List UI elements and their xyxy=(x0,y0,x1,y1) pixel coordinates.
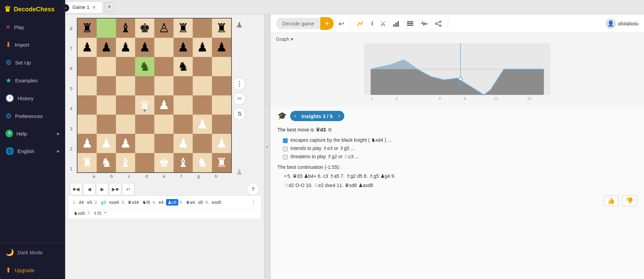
square-b2[interactable]: ♟ xyxy=(97,134,116,153)
square-d4[interactable]: ♛ ▼ xyxy=(135,95,154,115)
square-f6[interactable]: ♞ xyxy=(174,57,193,76)
next-move-button[interactable]: ▶ xyxy=(96,183,108,195)
move-2b[interactable]: exd4 xyxy=(108,199,120,206)
square-f8[interactable]: ♜ xyxy=(174,19,193,38)
square-a8[interactable]: ♜ xyxy=(77,19,97,38)
sidebar-item-darkmode[interactable]: 🌙 Dark Mode xyxy=(0,243,65,261)
flip-button[interactable]: ⇅ xyxy=(233,108,246,120)
square-g3[interactable]: ♟ xyxy=(193,115,212,134)
square-a1[interactable]: ♜ xyxy=(77,153,97,172)
prev-move-button[interactable]: ◀ xyxy=(83,183,95,195)
square-f1[interactable]: ♝ xyxy=(174,153,193,172)
more-moves-button[interactable]: ⋮ xyxy=(250,199,257,206)
square-h6[interactable] xyxy=(212,57,231,76)
undo-toolbar-button[interactable]: ↩ xyxy=(336,18,346,29)
square-h3[interactable] xyxy=(212,115,231,134)
help-button[interactable]: ? xyxy=(247,183,259,195)
square-c3[interactable] xyxy=(116,115,135,134)
square-h4[interactable] xyxy=(212,95,231,115)
square-f2[interactable]: ♟ xyxy=(174,134,193,153)
panel-divider[interactable]: ● xyxy=(264,14,270,279)
square-e2[interactable] xyxy=(154,134,174,153)
square-e3[interactable] xyxy=(154,115,174,134)
square-a3[interactable] xyxy=(77,115,97,134)
square-c2[interactable]: ♟ xyxy=(116,134,135,153)
sidebar-item-english[interactable]: 🌐 English ▶ xyxy=(0,142,65,160)
square-e4[interactable]: ♟ xyxy=(154,95,174,115)
square-b7[interactable]: ♟ xyxy=(97,38,116,57)
square-g5[interactable] xyxy=(193,76,212,95)
square-d6[interactable]: ♞ xyxy=(135,57,154,76)
insights-next-button[interactable]: › xyxy=(334,111,344,121)
square-g4[interactable] xyxy=(193,95,212,115)
tab-close-button[interactable]: ✕ xyxy=(92,5,97,10)
tab-add-button[interactable]: + xyxy=(105,2,114,12)
square-e6[interactable] xyxy=(154,57,174,76)
move-1w[interactable]: d4 xyxy=(78,199,85,206)
square-f5[interactable] xyxy=(174,76,193,95)
square-d5[interactable] xyxy=(135,76,154,95)
square-d1[interactable] xyxy=(135,153,154,172)
thumbs-up-button[interactable]: 👍 xyxy=(604,195,619,206)
sidebar-collapse-button[interactable]: « xyxy=(62,4,69,12)
square-d2[interactable] xyxy=(135,134,154,153)
sidebar-item-setup[interactable]: ⚙ Set Up xyxy=(0,54,65,71)
sidebar-item-play[interactable]: ✕ Play xyxy=(0,19,65,36)
square-h8[interactable]: ♜ xyxy=(212,19,231,38)
square-f4[interactable] xyxy=(174,95,193,115)
square-b4[interactable] xyxy=(97,95,116,115)
square-d7[interactable]: ♟ xyxy=(135,38,154,57)
square-b3[interactable] xyxy=(97,115,116,134)
move-6b[interactable]: ♞xd5 xyxy=(73,210,86,217)
graph-dropdown-icon[interactable]: ▾ xyxy=(291,36,293,42)
square-c7[interactable]: ♟ xyxy=(116,38,135,57)
move-6w[interactable]: exd5 xyxy=(211,199,222,206)
undo-move-button[interactable]: ↩ xyxy=(122,183,134,195)
square-b6[interactable] xyxy=(97,57,116,76)
square-a2[interactable]: ♟ xyxy=(77,134,97,153)
sidebar-item-upgrade[interactable]: ⬆ Upgrade xyxy=(0,261,65,279)
move-5w[interactable]: ♛a4 xyxy=(185,199,196,206)
graph-icon-button[interactable] xyxy=(355,19,367,29)
square-h2[interactable]: ♟ xyxy=(212,134,231,153)
square-d8[interactable]: ♚ xyxy=(135,19,154,38)
square-a4[interactable] xyxy=(77,95,97,115)
share-button[interactable] xyxy=(433,19,444,28)
sidebar-item-import[interactable]: ⬇ Import xyxy=(0,36,65,54)
square-e1[interactable]: ♚ xyxy=(154,153,174,172)
square-b1[interactable]: ♞ xyxy=(97,153,116,172)
moves-list-button[interactable] xyxy=(405,19,416,28)
crossed-swords-button[interactable]: ⚔ xyxy=(378,18,388,29)
square-e8[interactable]: ♙ xyxy=(154,19,174,38)
square-e5[interactable] xyxy=(154,76,174,95)
bar-chart-button[interactable] xyxy=(391,19,402,28)
square-c1[interactable]: ♝ xyxy=(116,153,135,172)
scissors-button[interactable]: ✂ xyxy=(233,93,246,105)
pulse-button[interactable] xyxy=(418,19,430,29)
square-g7[interactable]: ♟ xyxy=(193,38,212,57)
square-g6[interactable] xyxy=(193,57,212,76)
thumbs-down-button[interactable]: 👎 xyxy=(622,195,637,206)
square-a5[interactable] xyxy=(77,76,97,95)
square-c4[interactable] xyxy=(116,95,135,115)
options-button[interactable]: ⋮ xyxy=(233,78,246,90)
square-d3[interactable] xyxy=(135,115,154,134)
square-a6[interactable] xyxy=(77,57,97,76)
sidebar-item-help[interactable]: ? Help ▶ xyxy=(0,125,65,142)
square-f3[interactable] xyxy=(174,115,193,134)
square-c5[interactable] xyxy=(116,76,135,95)
square-h7[interactable]: ♟ xyxy=(212,38,231,57)
move-2w[interactable]: g3 xyxy=(100,199,107,206)
sidebar-item-examples[interactable]: ★ Examples xyxy=(0,71,65,89)
square-b5[interactable] xyxy=(97,76,116,95)
sidebar-item-preferences[interactable]: ⚙ Preferences xyxy=(0,107,65,125)
move-4b[interactable]: ♟c6 xyxy=(166,199,178,206)
insights-prev-button[interactable]: ‹ xyxy=(290,111,300,121)
move-5b[interactable]: d5 xyxy=(197,199,204,206)
square-h5[interactable] xyxy=(212,76,231,95)
square-h1[interactable]: ♜ xyxy=(212,153,231,172)
square-c6[interactable] xyxy=(116,57,135,76)
sidebar-item-history[interactable]: 🕐 History xyxy=(0,89,65,107)
move-4w[interactable]: e4 xyxy=(158,199,165,206)
square-e7[interactable] xyxy=(154,38,174,57)
